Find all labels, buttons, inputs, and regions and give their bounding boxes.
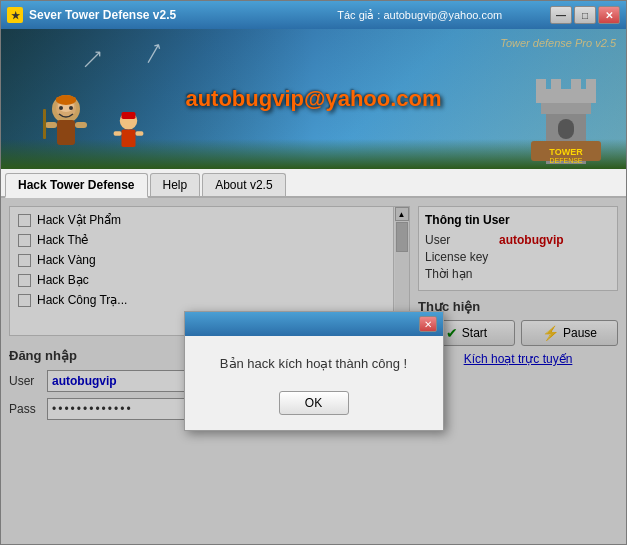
tower-image: TOWER DEFENSE <box>516 69 616 169</box>
window-title: Sever Tower Defense v2.5 <box>29 8 290 22</box>
modal-message: Bản hack kích hoạt thành công ! <box>220 356 407 371</box>
svg-rect-14 <box>114 131 122 135</box>
modal-close-button[interactable]: ✕ <box>419 316 437 332</box>
svg-point-5 <box>59 106 63 110</box>
tab-hack-tower-defense[interactable]: Hack Tower Defense <box>5 173 148 198</box>
character-1 <box>41 94 91 164</box>
banner-watermark: Tower defense Pro v2.5 <box>500 37 616 49</box>
modal-dialog: ✕ Bản hack kích hoạt thành công ! OK <box>184 311 444 431</box>
svg-text:DEFENSE: DEFENSE <box>549 157 582 164</box>
close-button[interactable]: ✕ <box>598 6 620 24</box>
svg-rect-12 <box>122 112 136 119</box>
modal-ok-button[interactable]: OK <box>279 391 349 415</box>
modal-body: Bản hack kích hoạt thành công ! <box>185 336 443 383</box>
banner-email: autobugvip@yahoo.com <box>185 86 441 112</box>
svg-rect-22 <box>586 79 596 91</box>
svg-rect-21 <box>571 79 581 91</box>
svg-rect-18 <box>536 89 596 103</box>
svg-rect-13 <box>122 130 136 148</box>
svg-rect-23 <box>558 119 574 139</box>
window-controls: — □ ✕ <box>550 6 620 24</box>
modal-overlay: ✕ Bản hack kích hoạt thành công ! OK <box>1 198 626 544</box>
svg-text:TOWER: TOWER <box>549 147 583 157</box>
svg-rect-7 <box>57 120 75 145</box>
modal-footer: OK <box>185 383 443 427</box>
svg-rect-8 <box>45 122 57 128</box>
svg-rect-10 <box>43 109 46 139</box>
main-window: ★ Sever Tower Defense v2.5 Tác giả : aut… <box>0 0 627 545</box>
svg-rect-20 <box>551 79 561 91</box>
character-2 <box>111 109 146 164</box>
banner: ⟶ ⟶ <box>1 29 626 169</box>
modal-title-bar: ✕ <box>185 312 443 336</box>
svg-rect-19 <box>536 79 546 91</box>
app-icon: ★ <box>7 7 23 23</box>
svg-rect-4 <box>56 97 76 102</box>
maximize-button[interactable]: □ <box>574 6 596 24</box>
tab-help[interactable]: Help <box>150 173 201 196</box>
window-subtitle: Tác giả : autobugvip@yahoo.com <box>290 9 551 22</box>
tab-about[interactable]: About v2.5 <box>202 173 285 196</box>
main-content: Hack Vật Phẩm Hack Thẻ Hack Vàng Hack Bạ… <box>1 198 626 544</box>
title-bar: ★ Sever Tower Defense v2.5 Tác giả : aut… <box>1 1 626 29</box>
svg-rect-9 <box>75 122 87 128</box>
svg-rect-15 <box>136 131 144 135</box>
minimize-button[interactable]: — <box>550 6 572 24</box>
svg-point-6 <box>69 106 73 110</box>
tabs-bar: Hack Tower Defense Help About v2.5 <box>1 169 626 198</box>
